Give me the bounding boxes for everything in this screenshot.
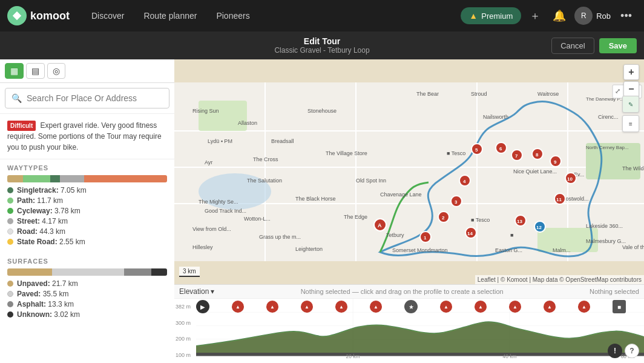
waytype-cycleway-label: Cycleway: 3.78 km <box>17 207 80 215</box>
map-overlay-buttons: ✎ ≡ <box>622 96 639 132</box>
svg-text:The Edge: The Edge <box>344 214 367 220</box>
map-overlay-btn-1[interactable]: ✎ <box>622 96 639 113</box>
search-area: 🔍 <box>0 83 174 114</box>
map-overlay-btn-2[interactable]: ≡ <box>622 115 639 132</box>
premium-button[interactable]: ▲ Premium <box>461 7 521 24</box>
edit-title-area: Edit Tour Classic Gravel - Tetbury Loop <box>274 36 369 55</box>
nav-discover[interactable]: Discover <box>84 7 131 24</box>
elevation-toggle[interactable]: Elevation ▾ <box>179 287 214 296</box>
svg-text:2: 2 <box>442 215 445 221</box>
waytype-bar-seg-4 <box>60 175 84 182</box>
svg-text:Nice Quiet Lane...: Nice Quiet Lane... <box>513 168 557 175</box>
surface-bar-seg-3 <box>124 268 151 276</box>
premium-icon: ▲ <box>469 11 478 21</box>
elev-wp-4: ▲ <box>335 301 347 313</box>
svg-text:5: 5 <box>475 147 478 153</box>
elev-wp-3: ▲ <box>301 301 313 313</box>
top-nav: komoot Discover Route planner Pioneers ▲… <box>0 0 644 32</box>
description-area: Difficult Expert gravel ride. Very good … <box>0 114 174 159</box>
nav-route-planner[interactable]: Route planner <box>136 7 204 24</box>
svg-text:Stroud: Stroud <box>471 91 487 97</box>
search-input[interactable] <box>27 93 163 103</box>
notification-bell[interactable]: 🔔 <box>549 5 570 26</box>
dot-asphalt <box>7 301 13 307</box>
svg-text:8: 8 <box>536 152 539 158</box>
info-button-light[interactable]: ? <box>625 344 639 358</box>
elev-end-icon: ■ <box>613 300 626 313</box>
svg-text:Stonehouse: Stonehouse <box>307 108 337 114</box>
svg-text:20 km: 20 km <box>346 353 360 359</box>
elev-y-2: 300 m <box>174 320 196 326</box>
waytype-bar-seg-5 <box>84 175 167 182</box>
avatar: R <box>574 7 593 25</box>
add-button[interactable]: ＋ <box>526 5 544 27</box>
svg-text:1: 1 <box>424 235 427 241</box>
surface-unpaved-label: Unpaved: 21.7 km <box>17 279 78 288</box>
svg-text:The Salutation: The Salutation <box>247 178 282 184</box>
cancel-button[interactable]: Cancel <box>551 38 594 54</box>
toolbar-btn-circle[interactable]: ◎ <box>47 63 65 79</box>
map-scale: 3 km <box>179 267 200 277</box>
waytypes-title: WAYTYPES <box>7 164 167 172</box>
logo-area[interactable]: komoot <box>7 6 70 25</box>
svg-text:Ayr: Ayr <box>205 159 212 165</box>
difficulty-badge: Difficult <box>7 121 36 131</box>
surface-unpaved: Unpaved: 21.7 km <box>7 279 167 288</box>
zoom-in-button[interactable]: + <box>623 64 639 80</box>
dot-path <box>7 198 13 204</box>
svg-text:Old Spot Inn: Old Spot Inn <box>356 178 386 184</box>
svg-text:Good Track Ind...: Good Track Ind... <box>205 208 246 214</box>
search-box[interactable]: 🔍 <box>5 88 169 108</box>
toolbar-btn-list[interactable]: ▤ <box>26 63 45 79</box>
logo-text: komoot <box>30 10 70 22</box>
save-button[interactable]: Save <box>599 38 637 53</box>
map-toolbar: ▦ ▤ ◎ <box>0 59 174 83</box>
user-menu[interactable]: R Rob <box>574 7 611 25</box>
elev-wp-10: ▲ <box>578 301 590 313</box>
search-icon: 🔍 <box>12 93 22 103</box>
elev-wp-1: ▲ <box>232 301 244 313</box>
svg-text:Tetbury: Tetbury <box>386 232 404 238</box>
surfaces-title: SURFACES <box>7 258 167 265</box>
info-button-dark[interactable]: ! <box>608 344 622 358</box>
surface-unknown: Unknown: 3.02 km <box>7 310 167 319</box>
waytype-street: Street: 4.17 km <box>7 217 167 225</box>
waytype-state-road: State Road: 2.55 km <box>7 238 167 246</box>
waytype-bar-seg-3 <box>50 175 60 182</box>
surface-asphalt-label: Asphalt: 13.3 km <box>17 300 74 308</box>
svg-text:12: 12 <box>536 225 542 230</box>
toolbar-btn-grid[interactable]: ▦ <box>5 63 24 79</box>
map-container[interactable]: Rising Sun Allaston Stonehouse The Bear … <box>174 59 644 284</box>
svg-text:Lydü ▪ PM: Lydü ▪ PM <box>208 138 232 144</box>
surfaces-section: SURFACES Unpaved: 21.7 km Paved: 35.5 km… <box>0 253 174 325</box>
elev-play-icon: ▶ <box>196 300 209 313</box>
svg-text:7: 7 <box>515 153 518 159</box>
elev-y-3: 200 m <box>174 336 196 342</box>
komoot-logo-icon <box>7 6 27 25</box>
waytype-path: Path: 11.7 km <box>7 196 167 205</box>
dot-singletrack <box>7 187 13 193</box>
dot-cycleway <box>7 208 13 214</box>
dot-paved <box>7 291 13 297</box>
waytype-bar-seg-1 <box>7 175 23 182</box>
svg-text:9: 9 <box>554 159 557 165</box>
edit-tour-title: Edit Tour <box>274 36 369 46</box>
elevation-chart[interactable]: 382 m 300 m 200 m 100 m ▶ ▲ ▲ ▲ ▲ ▲ ★ ▲ <box>174 299 644 359</box>
svg-text:The Wild Duck: The Wild Duck <box>622 165 644 172</box>
svg-text:The Bear: The Bear <box>416 91 439 97</box>
elevation-label: Elevation <box>179 287 209 296</box>
map-svg: Rising Sun Allaston Stonehouse The Bear … <box>174 59 644 284</box>
svg-text:North Cerney Bap...: North Cerney Bap... <box>586 145 629 150</box>
elev-wp-7: ▲ <box>475 301 487 313</box>
svg-text:3: 3 <box>455 199 458 205</box>
svg-text:11: 11 <box>556 197 562 202</box>
map-background: Rising Sun Allaston Stonehouse The Bear … <box>174 59 644 284</box>
waytype-state-road-label: State Road: 2.55 km <box>17 238 85 246</box>
more-options-button[interactable]: ••• <box>616 7 637 25</box>
nav-pioneers[interactable]: Pioneers <box>209 7 257 24</box>
map-attribution: Leaflet | © Komoot | Map data © OpenStre… <box>475 275 644 284</box>
elevation-status-right: Nothing selected <box>590 288 639 295</box>
zoom-out-button[interactable]: − <box>623 81 639 97</box>
svg-text:■ Tesco: ■ Tesco <box>447 150 465 156</box>
dot-unknown <box>7 311 13 318</box>
